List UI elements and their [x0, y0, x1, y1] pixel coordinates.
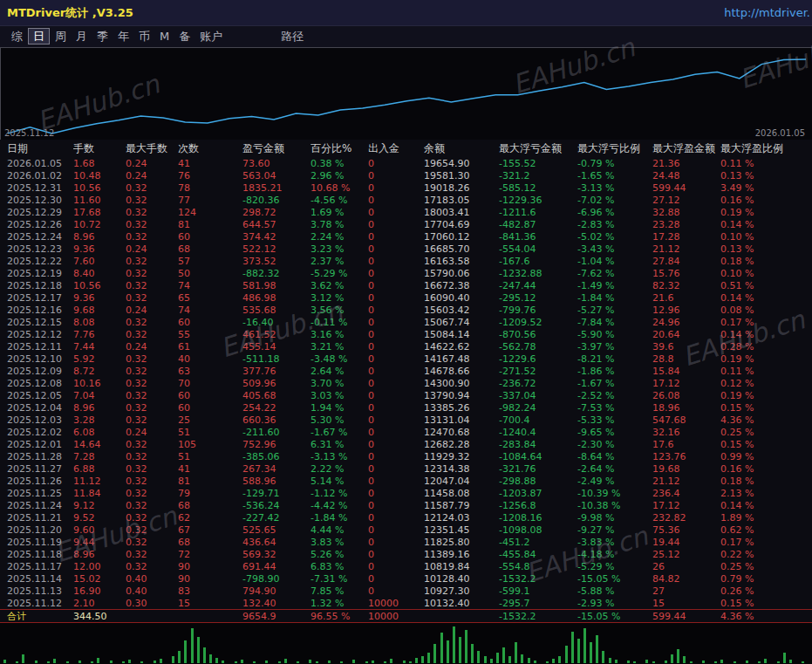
cell-max-float-profit-pct: 0.99 % [720, 451, 790, 462]
cell-deposit-withdrawal: 0 [368, 207, 424, 218]
cell-max-float-loss-pct: -4.18 % [577, 549, 652, 560]
cell-max-float-loss: -599.1 [499, 585, 577, 597]
cell-pct: 3.56 % [310, 305, 368, 316]
cell-max-lots: 0.24 [126, 427, 178, 438]
menu-item-1[interactable]: 日 [28, 28, 50, 44]
total-row: 合计344.509654.996.55 %10000-1532.2-15.05 … [0, 609, 812, 623]
website-link[interactable]: http://mtdriver. [724, 6, 810, 19]
menu-item-3[interactable]: 月 [72, 29, 92, 44]
table-header-row: 日期手数最大手数次数盈亏金额百分比%出入金余额最大浮亏金额最大浮亏比例最大浮盈金… [0, 140, 812, 157]
menu-item-5[interactable]: 年 [113, 29, 133, 44]
cell-pct: 6.31 % [310, 439, 368, 450]
cell-pnl: -536.24 [242, 500, 310, 511]
menu-item-0[interactable]: 综 [7, 29, 27, 44]
histogram-bar [714, 661, 717, 663]
histogram-bar [253, 661, 256, 663]
histogram-bar [627, 661, 630, 663]
cell-pct: 2.22 % [310, 463, 368, 475]
table-row: 2025.12.227.600.3257373.522.37 %016163.5… [0, 255, 812, 267]
menu-item-4[interactable]: 季 [92, 29, 113, 44]
cell-deposit-withdrawal: 0 [368, 500, 424, 511]
header-pnl: 盈亏金额 [242, 141, 310, 156]
cell-max-float-profit-pct: 4.36 % [720, 611, 790, 622]
table-row: 2025.11.249.120.3268-536.24-4.42 %011587… [0, 499, 812, 511]
table-row: 2026.01.051.680.244173.600.38 %019654.90… [0, 157, 812, 169]
cell-max-float-loss: -271.52 [499, 366, 577, 377]
cell-lots: 10.72 [73, 219, 126, 230]
cell-date: 2025.12.19 [7, 268, 73, 279]
cell-count: 68 [178, 537, 242, 548]
cell-count: 61 [178, 341, 242, 353]
cell-pnl: 373.52 [242, 256, 310, 267]
cell-deposit-withdrawal: 0 [368, 585, 424, 597]
histogram-bar [197, 637, 200, 663]
cell-deposit-withdrawal: 0 [368, 476, 424, 487]
cell-max-float-profit-pct: 0.28 % [720, 341, 790, 353]
cell-lots: 9.44 [73, 537, 126, 548]
cell-count: 90 [178, 561, 242, 572]
histogram-bar [97, 658, 99, 663]
menu-item-6[interactable]: 币 [134, 29, 154, 44]
cell-max-float-loss-pct: -1.84 % [577, 292, 652, 304]
histogram-bar [577, 639, 580, 663]
cell-pct: -1.84 % [310, 512, 368, 524]
cell-max-float-profit-pct: 0.14 % [720, 500, 790, 511]
menu-item-7[interactable]: M [155, 29, 174, 44]
cell-pct: 3.83 % [310, 537, 368, 548]
cell-count: 68 [178, 243, 242, 255]
cell-deposit-withdrawal: 0 [368, 537, 424, 548]
menu-item-9[interactable]: 账户 [195, 29, 227, 44]
cell-date: 2025.12.31 [7, 182, 73, 194]
cell-max-float-loss-pct: -2.52 % [577, 390, 652, 401]
cell-max-float-loss-pct: -15.05 % [577, 611, 652, 622]
cell-max-float-profit: 27 [652, 585, 720, 597]
cell-max-float-profit-pct: 0.13 % [720, 170, 790, 181]
cell-max-lots: 0.24 [126, 243, 178, 255]
cell-count: 62 [178, 512, 242, 524]
cell-max-lots: 0.32 [126, 561, 178, 572]
cell-max-float-loss: -247.44 [499, 280, 577, 291]
cell-max-float-loss-pct: -5.33 % [577, 414, 652, 426]
cell-max-float-profit-pct: 0.11 % [720, 366, 790, 377]
cell-max-lots: 0.32 [126, 292, 178, 304]
cell-max-float-profit-pct: 0.11 % [720, 158, 790, 169]
cell-max-float-profit-pct: 0.10 % [720, 231, 790, 243]
cell-balance: 18003.41 [424, 207, 499, 218]
cell-max-float-profit: 19.68 [652, 463, 720, 475]
cell-max-lots: 0.32 [126, 195, 178, 206]
cell-balance: 17060.12 [424, 231, 499, 243]
histogram-bar [191, 628, 194, 663]
cell-max-lots: 0.32 [126, 463, 178, 475]
table-row: 2025.12.179.360.3265486.983.12 %016090.4… [0, 291, 812, 304]
cell-max-lots: 0.32 [126, 329, 178, 340]
cell-pct: 1.94 % [310, 402, 368, 414]
cell-deposit-withdrawal: 0 [368, 390, 424, 401]
menu-item-path[interactable]: 路径 [276, 28, 308, 45]
table-row: 2025.12.0114.640.32105752.966.31 %012682… [0, 438, 812, 450]
cell-pnl: 581.98 [242, 280, 310, 291]
cell-max-float-profit: 75.36 [652, 524, 720, 536]
histogram-bar [372, 661, 374, 663]
cell-max-lots: 0.32 [126, 390, 178, 401]
cell-balance: 12047.04 [424, 476, 499, 487]
cell-max-float-profit: 27.84 [652, 256, 720, 267]
cell-count: 77 [178, 195, 242, 206]
cell-max-float-profit: 599.44 [652, 611, 720, 622]
cell-max-float-profit: 123.76 [652, 451, 720, 462]
cell-max-float-loss: -295.7 [499, 598, 577, 609]
cell-max-float-profit: 15.76 [652, 268, 720, 279]
menu-item-8[interactable]: 备 [174, 29, 194, 44]
cell-max-float-loss-pct: -5.02 % [577, 231, 652, 243]
cell-balance: 14622.62 [424, 341, 499, 353]
cell-date: 2025.12.12 [7, 329, 73, 340]
histogram-bar [178, 651, 181, 663]
cell-max-float-profit-pct: 0.13 % [720, 243, 790, 255]
cell-date: 2025.11.24 [7, 500, 73, 511]
histogram-bar [365, 661, 368, 663]
cell-lots: 8.96 [73, 231, 126, 243]
cell-max-float-profit-pct: 0.62 % [720, 524, 790, 536]
histogram-bar [546, 661, 549, 663]
cell-balance: 11825.80 [424, 537, 499, 548]
histogram-bar [764, 659, 767, 663]
menu-item-2[interactable]: 周 [51, 29, 71, 44]
